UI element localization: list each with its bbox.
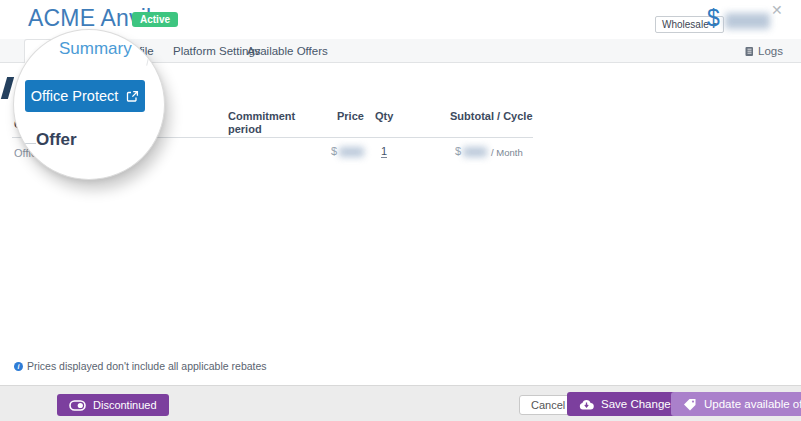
toggle-icon bbox=[69, 400, 86, 411]
cloud-save-icon bbox=[579, 399, 594, 410]
total-price-currency: $ bbox=[707, 5, 720, 32]
subtotal-cycle-suffix: / Month bbox=[491, 147, 523, 158]
qty-link[interactable]: 1 bbox=[381, 145, 387, 158]
discontinued-label: Discontinued bbox=[93, 399, 157, 411]
update-available-offers-button[interactable]: Update available offers bbox=[671, 392, 801, 416]
rebates-note: Prices displayed don't include all appli… bbox=[27, 360, 267, 372]
office-protect-button[interactable]: Office Protect bbox=[25, 80, 145, 112]
external-link-icon bbox=[126, 90, 139, 103]
magnified-table-divider bbox=[14, 143, 36, 144]
logs-label: Logs bbox=[758, 45, 783, 57]
save-changes-label: Save Changes bbox=[601, 398, 676, 410]
subtotal-masked-value bbox=[463, 147, 487, 157]
col-header-qty: Qty bbox=[375, 110, 393, 123]
total-price-masked-value bbox=[725, 13, 770, 29]
info-icon: i bbox=[14, 362, 23, 371]
logs-book-icon bbox=[744, 46, 754, 57]
tab-available-offers[interactable]: Available Offers bbox=[247, 45, 328, 57]
magnified-col-header-offer: Offer bbox=[36, 130, 77, 150]
col-header-commitment: Commitment period bbox=[228, 110, 292, 136]
subtotal-currency: $ bbox=[455, 145, 461, 157]
decorative-slash bbox=[1, 77, 14, 99]
price-type-label: Wholesale bbox=[662, 19, 709, 30]
office-protect-label: Office Protect bbox=[31, 88, 119, 104]
tag-icon bbox=[683, 398, 697, 411]
magnifier-bubble: Summary Office Protect Offer bbox=[13, 29, 165, 180]
price-currency: $ bbox=[331, 145, 337, 157]
close-icon[interactable]: ✕ bbox=[771, 2, 783, 18]
update-available-offers-label: Update available offers bbox=[704, 398, 801, 410]
price-masked-value bbox=[339, 147, 364, 157]
logs-link[interactable]: Logs bbox=[744, 45, 783, 57]
magnified-tab-summary[interactable]: Summary bbox=[59, 39, 132, 59]
status-badge: Active bbox=[132, 12, 178, 27]
col-header-subtotal: Subtotal / Cycle bbox=[450, 110, 533, 123]
col-header-price: Price bbox=[337, 110, 364, 123]
discontinued-button[interactable]: Discontinued bbox=[57, 394, 169, 416]
